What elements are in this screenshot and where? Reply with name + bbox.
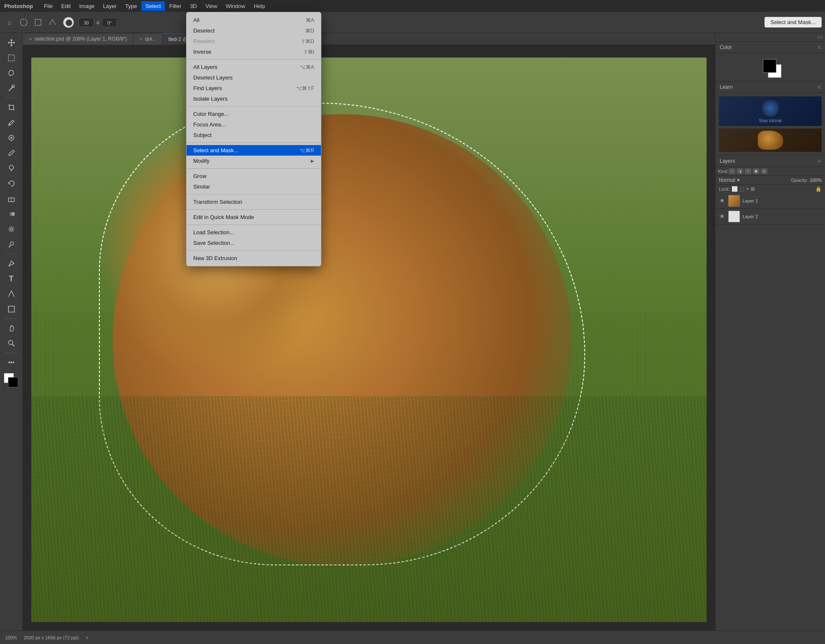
status-arrow[interactable]: > — [85, 635, 88, 640]
status-bar: 100% 2500 px x 1666 px (72 ppi) > — [0, 630, 825, 644]
menu-edit[interactable]: Edit — [57, 1, 75, 11]
filter-type-icon[interactable]: T — [745, 168, 751, 174]
layer-eye-2[interactable]: 👁 — [719, 213, 726, 220]
learn-thumb-2[interactable] — [719, 129, 822, 152]
menu-item-isolate-layers[interactable]: Isolate Layers — [186, 93, 321, 104]
tab-selection-psd[interactable]: ✕ selection.psd @ 208% (Layer 1, RGB/8*) — [23, 33, 133, 45]
path-selection-tool[interactable] — [4, 287, 19, 301]
menu-item-deselect[interactable]: Deselect ⌘D — [186, 25, 321, 36]
menu-find-layers-shortcut: ⌥⌘⇧F — [296, 85, 314, 91]
opacity-value[interactable]: 100% — [810, 178, 822, 183]
text-tool[interactable]: T — [4, 271, 19, 286]
color-panel-menu[interactable]: ≡ — [818, 44, 821, 50]
canvas-area[interactable] — [23, 45, 715, 630]
sep-4 — [186, 168, 321, 169]
layer-eye-1[interactable]: 👁 — [719, 197, 726, 204]
menu-item-reselect[interactable]: Reselect ⇧⌘D — [186, 36, 321, 47]
healing-brush-tool[interactable] — [4, 131, 19, 145]
menu-item-save-selection[interactable]: Save Selection... — [186, 238, 321, 248]
tab-qui[interactable]: ✕ qui... — [133, 33, 162, 45]
menu-view[interactable]: View — [201, 1, 222, 11]
home-btn[interactable]: ⌂ — [3, 16, 15, 28]
hand-tool[interactable] — [4, 321, 19, 335]
move-tool[interactable] — [4, 36, 19, 50]
filter-shape-icon[interactable]: ⬟ — [753, 168, 759, 174]
menu-item-subject[interactable]: Subject — [186, 130, 321, 140]
tab-close-2[interactable]: ✕ — [139, 37, 143, 41]
menu-item-modify[interactable]: Modify ▶ — [186, 156, 321, 166]
layers-panel-menu[interactable]: ≡ — [818, 158, 821, 164]
blend-mode-dropdown[interactable]: Normal ▾ — [719, 177, 740, 183]
menu-item-color-range[interactable]: Color Range... — [186, 109, 321, 119]
menu-window[interactable]: Window — [222, 1, 249, 11]
lock-all-icon[interactable]: 🔒 — [815, 186, 822, 192]
zoom-level[interactable]: 100% — [5, 635, 17, 640]
gradient-tool[interactable] — [4, 207, 19, 221]
clone-stamp-tool[interactable] — [4, 161, 19, 175]
eyedropper-tool[interactable] — [4, 115, 19, 130]
menu-item-select-and-mask[interactable]: Select and Mask... ⌥⌘R — [186, 145, 321, 156]
menu-reselect-label: Reselect — [193, 38, 215, 44]
menu-item-deselect-layers[interactable]: Deselect Layers — [186, 72, 321, 83]
pen-tool[interactable] — [4, 256, 19, 271]
menu-filter[interactable]: Filter — [165, 1, 186, 11]
dodge-tool[interactable] — [4, 237, 19, 252]
lasso-tool[interactable] — [4, 66, 19, 80]
shape-tool[interactable] — [4, 302, 19, 316]
filter-smart-icon[interactable]: ⚙ — [761, 168, 767, 174]
history-brush-tool[interactable] — [4, 176, 19, 191]
blur-tool[interactable] — [4, 222, 19, 236]
lock-artboard-icon[interactable]: ⊞ — [751, 186, 755, 192]
menu-item-transform-selection[interactable]: Transform Selection — [186, 197, 321, 207]
foreground-color[interactable] — [61, 15, 76, 30]
lock-image-icon[interactable]: ⬚ — [740, 186, 744, 192]
menu-item-new-3d-extrusion[interactable]: New 3D Extrusion — [186, 253, 321, 263]
tool-option-2[interactable] — [32, 16, 44, 28]
svg-point-8 — [9, 165, 14, 170]
learn-thumb-1[interactable]: Step tutorial — [719, 96, 822, 126]
menu-image[interactable]: Image — [75, 1, 99, 11]
menu-item-load-selection[interactable]: Load Selection... — [186, 227, 321, 238]
menu-group-4: Select and Mask... ⌥⌘R Modify ▶ — [186, 144, 321, 167]
color-picker[interactable] — [3, 372, 20, 389]
layer-row-2[interactable]: 👁 Layer 2 — [715, 209, 825, 225]
tool-option-1[interactable] — [18, 16, 30, 28]
menu-file[interactable]: File — [40, 1, 57, 11]
eraser-tool[interactable] — [4, 192, 19, 206]
crop-tool[interactable] — [4, 100, 19, 115]
menu-item-grow[interactable]: Grow — [186, 171, 321, 181]
tool-option-3[interactable] — [47, 16, 58, 28]
filter-pixel-icon[interactable]: □ — [729, 168, 735, 174]
swatches-container[interactable] — [759, 57, 782, 78]
menu-type[interactable]: Type — [121, 1, 141, 11]
menu-item-all-layers[interactable]: All Layers ⌥⌘A — [186, 62, 321, 72]
menu-item-find-layers[interactable]: Find Layers ⌥⌘⇧F — [186, 83, 321, 93]
rectangular-marquee-tool[interactable] — [4, 51, 19, 65]
foreground-swatch[interactable] — [763, 59, 776, 73]
layer-row-1[interactable]: 👁 Layer 1 — [715, 193, 825, 209]
lock-transparent-icon[interactable]: ⬜ — [732, 186, 738, 192]
tab-close-1[interactable]: ✕ — [29, 37, 32, 41]
zoom-tool[interactable] — [4, 336, 19, 351]
menu-select[interactable]: Select — [141, 1, 165, 11]
menu-item-inverse[interactable]: Inverse ⇧⌘I — [186, 47, 321, 57]
brush-tool[interactable] — [4, 146, 19, 160]
learn-panel-menu[interactable]: ≡ — [818, 84, 821, 90]
menu-layer[interactable]: Layer — [99, 1, 121, 11]
menu-help[interactable]: Help — [249, 1, 269, 11]
lock-position-icon[interactable]: + — [746, 186, 749, 192]
menu-item-all[interactable]: All ⌘A — [186, 15, 321, 25]
menu-item-quick-mask[interactable]: Edit in Quick Mask Mode — [186, 212, 321, 222]
magic-wand-tool[interactable] — [4, 81, 19, 96]
svg-line-18 — [12, 344, 14, 346]
blend-mode-value: Normal — [719, 177, 735, 183]
angle-value[interactable]: 0° — [102, 18, 117, 27]
select-mask-button[interactable]: Select and Mask... — [765, 17, 822, 27]
menu-item-similar[interactable]: Similar — [186, 181, 321, 192]
more-tools[interactable]: ••• — [4, 355, 19, 370]
filter-adjustment-icon[interactable]: ◑ — [737, 168, 743, 174]
feather-value[interactable]: 30 — [79, 18, 94, 27]
menu-3d[interactable]: 3D — [186, 1, 201, 11]
collapse-arrow[interactable]: << — [817, 35, 822, 40]
menu-item-focus-area[interactable]: Focus Area... — [186, 119, 321, 130]
